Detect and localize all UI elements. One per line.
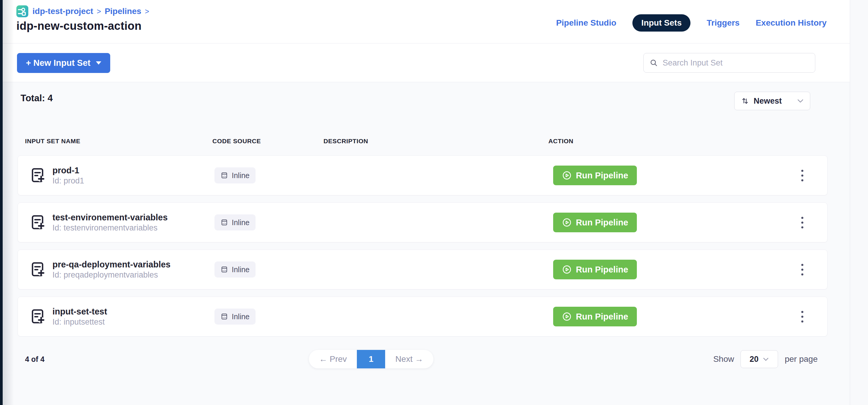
kebab-dot bbox=[801, 311, 803, 313]
new-input-set-label: + New Input Set bbox=[26, 58, 91, 68]
code-source-label: Inline bbox=[232, 312, 250, 321]
chevron-down-icon bbox=[763, 357, 769, 361]
current-page-button[interactable]: 1 bbox=[357, 350, 385, 368]
input-set-icon bbox=[29, 261, 46, 278]
row-menu-button[interactable] bbox=[796, 259, 809, 280]
row-menu-button[interactable] bbox=[796, 165, 809, 186]
kebab-dot bbox=[801, 273, 803, 276]
svg-text:</>: </> bbox=[222, 269, 226, 272]
sort-dropdown[interactable]: Newest bbox=[734, 92, 810, 110]
svg-text:</>: </> bbox=[222, 316, 226, 319]
total-count: Total: 4 bbox=[21, 93, 53, 104]
right-gutter bbox=[850, 0, 868, 405]
column-header-action: ACTION bbox=[548, 137, 574, 145]
page-size-value: 20 bbox=[749, 355, 758, 364]
play-circle-icon bbox=[562, 170, 572, 181]
collapsed-left-sidebar[interactable] bbox=[0, 0, 3, 405]
table-header-row: INPUT SET NAME CODE SOURCE DESCRIPTION A… bbox=[18, 137, 828, 150]
kebab-dot bbox=[801, 170, 803, 172]
input-set-icon bbox=[29, 167, 46, 184]
kebab-dot bbox=[801, 217, 803, 219]
input-set-name-block: test-environement-variables Id: testenvi… bbox=[53, 213, 168, 232]
next-page-button[interactable]: Next → bbox=[385, 350, 433, 368]
play-circle-icon bbox=[562, 217, 572, 227]
tab-triggers[interactable]: Triggers bbox=[707, 18, 739, 28]
row-menu-button[interactable] bbox=[796, 306, 809, 327]
input-set-name: test-environement-variables bbox=[53, 213, 168, 222]
input-set-name: prod-1 bbox=[53, 166, 84, 175]
show-label: Show bbox=[713, 354, 734, 364]
svg-text:</>: </> bbox=[222, 222, 226, 225]
input-set-icon bbox=[29, 308, 46, 325]
row-menu-button[interactable] bbox=[796, 212, 809, 233]
breadcrumb-pipelines-link[interactable]: Pipelines bbox=[104, 6, 141, 16]
tab-pipeline-studio[interactable]: Pipeline Studio bbox=[556, 18, 616, 28]
search-box[interactable] bbox=[643, 53, 815, 73]
page-size-dropdown[interactable]: 20 bbox=[741, 350, 778, 368]
code-source-label: Inline bbox=[232, 171, 250, 180]
play-circle-icon bbox=[562, 311, 572, 322]
run-pipeline-button[interactable]: Run Pipeline bbox=[553, 260, 637, 279]
run-pipeline-label: Run Pipeline bbox=[576, 265, 628, 275]
code-source-label: Inline bbox=[232, 218, 250, 227]
column-header-name: INPUT SET NAME bbox=[25, 137, 81, 145]
caret-down-icon bbox=[96, 61, 101, 65]
column-header-description: DESCRIPTION bbox=[323, 137, 368, 145]
input-set-row[interactable]: test-environement-variables Id: testenvi… bbox=[18, 202, 828, 242]
input-set-id: Id: prod1 bbox=[53, 177, 84, 185]
input-set-name-block: pre-qa-deployment-variables Id: preqadep… bbox=[53, 260, 170, 279]
svg-text:</>: </> bbox=[222, 175, 226, 178]
sort-arrows-icon bbox=[741, 96, 749, 105]
input-set-row[interactable]: pre-qa-deployment-variables Id: preqadep… bbox=[18, 250, 828, 289]
run-pipeline-label: Run Pipeline bbox=[576, 218, 628, 227]
pipeline-logo-icon bbox=[17, 5, 28, 17]
input-set-list: prod-1 Id: prod1 </> Inline Run Pipeline bbox=[18, 155, 828, 337]
input-set-name-block: prod-1 Id: prod1 bbox=[53, 166, 84, 185]
kebab-dot bbox=[801, 175, 803, 177]
code-source-badge: </> Inline bbox=[214, 261, 255, 278]
input-set-list-panel: Total: 4 Newest INPUT SET NAME CODE SOUR… bbox=[3, 82, 850, 405]
page-header: idp-test-project > Pipelines > idp-new-c… bbox=[3, 0, 850, 43]
search-input[interactable] bbox=[663, 58, 809, 68]
pipeline-tabs: Pipeline Studio Input Sets Triggers Exec… bbox=[556, 14, 827, 32]
kebab-dot bbox=[801, 320, 803, 322]
kebab-dot bbox=[801, 226, 803, 228]
run-pipeline-label: Run Pipeline bbox=[576, 312, 628, 322]
breadcrumb-project-link[interactable]: idp-test-project bbox=[32, 6, 93, 16]
chevron-down-icon bbox=[797, 99, 804, 103]
input-set-name-block: input-set-test Id: inputsettest bbox=[53, 307, 107, 326]
page-title: idp-new-custom-action bbox=[17, 20, 142, 32]
input-set-name: pre-qa-deployment-variables bbox=[53, 260, 170, 269]
kebab-dot bbox=[801, 222, 803, 224]
tab-input-sets-active[interactable]: Input Sets bbox=[632, 14, 690, 32]
input-set-row[interactable]: prod-1 Id: prod1 </> Inline Run Pipeline bbox=[18, 155, 828, 195]
input-set-id: Id: testenvironementvariables bbox=[53, 224, 168, 232]
input-set-id: Id: inputsettest bbox=[53, 318, 107, 326]
code-source-badge: </> Inline bbox=[214, 309, 255, 324]
pagination: ← Prev 1 Next → bbox=[309, 350, 433, 368]
tab-execution-history[interactable]: Execution History bbox=[756, 18, 827, 28]
inline-store-icon: </> bbox=[220, 219, 228, 226]
run-pipeline-button[interactable]: Run Pipeline bbox=[553, 213, 637, 232]
breadcrumb-separator: > bbox=[145, 7, 149, 16]
inline-store-icon: </> bbox=[220, 313, 228, 320]
inline-store-icon: </> bbox=[220, 266, 228, 273]
sort-selected-value: Newest bbox=[754, 96, 793, 106]
pagination-count: 4 of 4 bbox=[25, 355, 44, 364]
per-page-label: per page bbox=[784, 354, 818, 364]
input-set-name: input-set-test bbox=[53, 307, 107, 316]
run-pipeline-button[interactable]: Run Pipeline bbox=[553, 165, 637, 185]
run-pipeline-button[interactable]: Run Pipeline bbox=[553, 307, 637, 326]
search-icon bbox=[650, 58, 658, 67]
page-size-control: Show 20 per page bbox=[713, 350, 818, 368]
kebab-dot bbox=[801, 264, 803, 266]
kebab-dot bbox=[801, 316, 803, 318]
prev-page-button[interactable]: ← Prev bbox=[309, 350, 357, 368]
new-input-set-button[interactable]: + New Input Set bbox=[17, 53, 110, 73]
kebab-dot bbox=[801, 179, 803, 181]
breadcrumb-separator: > bbox=[97, 7, 101, 16]
toolbar: + New Input Set bbox=[3, 43, 850, 82]
run-pipeline-label: Run Pipeline bbox=[576, 170, 628, 181]
play-circle-icon bbox=[562, 264, 572, 275]
input-set-row[interactable]: input-set-test Id: inputsettest </> Inli… bbox=[18, 297, 828, 337]
